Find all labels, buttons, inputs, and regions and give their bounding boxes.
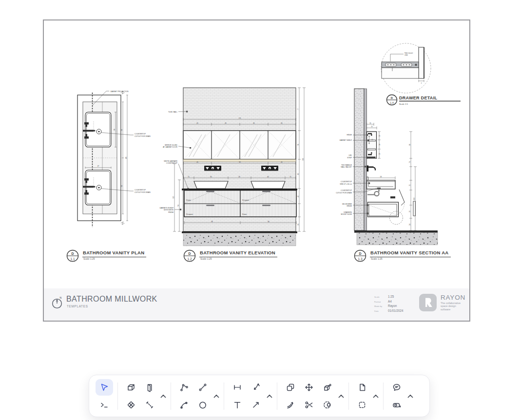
svg-text:12: 12	[371, 139, 373, 141]
svg-text:181: 181	[125, 156, 127, 159]
box-3d-tool[interactable]	[122, 379, 140, 396]
chevron-up-icon	[267, 394, 272, 398]
north-arrow-icon: N	[51, 295, 64, 310]
tool-group-expander[interactable]	[266, 394, 273, 398]
segment-icon	[198, 382, 208, 392]
marquee-icon	[357, 400, 367, 410]
chevron-up-icon	[373, 394, 379, 398]
svg-text:60: 60	[210, 176, 212, 178]
tool-group-expander[interactable]	[372, 394, 379, 398]
drawing-vanity-elevation[interactable]: TILED WALL MIRROR GLUED AT CABINET DOOR …	[152, 84, 315, 248]
svg-text:14: 14	[379, 144, 381, 146]
svg-text:1.2: 1.2	[187, 257, 192, 261]
svg-text:FINISH: FINISH	[168, 211, 173, 213]
sheet-title: BATHROOM MILLWORK	[66, 295, 157, 304]
svg-text:45: 45	[281, 122, 283, 124]
toolbar-divider	[224, 382, 224, 410]
tool-group-expander[interactable]	[160, 394, 167, 398]
svg-text:CUTOUT FOR DRAIN: CUTOUT FOR DRAIN	[135, 135, 151, 137]
svg-text:TILED WALL: TILED WALL	[168, 111, 177, 113]
select-cursor-tool[interactable]	[96, 379, 113, 396]
svg-text:MIRROR GLUED: MIRROR GLUED	[165, 144, 177, 146]
command-line-tool[interactable]	[96, 397, 113, 413]
svg-text:HINGE: HINGE	[347, 134, 352, 136]
polyline-tool[interactable]	[175, 379, 193, 396]
measure-line-tool[interactable]	[141, 397, 158, 413]
svg-text:60: 60	[114, 129, 116, 131]
marquee-tool[interactable]	[353, 397, 371, 413]
tool-group-collab	[387, 379, 414, 414]
leader-text-icon	[251, 382, 261, 392]
scissors-tool[interactable]	[300, 397, 318, 413]
info-label: Scale	[374, 296, 388, 298]
drawing-scale: Scale 1:25	[83, 257, 95, 260]
text-tool[interactable]	[229, 397, 246, 413]
svg-text:15: 15	[369, 122, 371, 124]
rayon-logo-icon	[419, 294, 437, 311]
svg-text:CABINETS IN MDF: CABINETS IN MDF	[159, 207, 173, 209]
svg-text:D: D	[359, 252, 361, 255]
svg-text:98: 98	[121, 129, 123, 131]
arc-tool[interactable]	[175, 397, 193, 413]
extrude-tool[interactable]	[319, 379, 336, 396]
dimension-tool[interactable]	[229, 379, 246, 396]
select-similar-tool[interactable]	[319, 397, 336, 413]
app-canvas[interactable]: N BATHROOM MILLWORK TEMPLATES Scale1:25 …	[0, 0, 520, 420]
svg-text:DRAWERS: DRAWERS	[344, 211, 352, 213]
page-tool[interactable]	[353, 379, 371, 396]
svg-text:74: 74	[409, 161, 411, 163]
door-tool[interactable]	[141, 379, 158, 396]
segment-tool[interactable]	[194, 379, 212, 396]
arrow-tool[interactable]	[247, 397, 265, 413]
svg-text:WITH WHITE: WITH WHITE	[164, 209, 174, 211]
leader-text-tool[interactable]	[247, 379, 265, 396]
sheet-subtitle: TEMPLATES	[67, 305, 88, 308]
svg-text:N: N	[60, 296, 62, 299]
svg-text:115: 115	[173, 196, 174, 198]
drawing-title: BATHROOM VANITY SECTION AA	[370, 250, 451, 257]
toolbar-divider	[348, 382, 349, 410]
tool-group-expander[interactable]	[338, 394, 345, 398]
comment-icon	[392, 382, 402, 392]
diamond-grid-tool[interactable]	[122, 397, 140, 413]
svg-text:58: 58	[380, 176, 382, 178]
svg-text:98: 98	[268, 221, 270, 223]
drawing-scale: Scale 1:25	[200, 257, 212, 260]
drawing-title: BATHROOM VANITY PLAN	[82, 250, 146, 257]
svg-text:75: 75	[289, 176, 291, 178]
move-icon	[304, 382, 314, 392]
drawing-vanity-plan[interactable]: CABINET PROJECTION COUNTERTOP CUTOUT FOR…	[63, 84, 157, 236]
tool-group-draw	[175, 379, 220, 414]
svg-text:CABINET PROJECTION: CABINET PROJECTION	[110, 91, 129, 93]
polyline-icon	[179, 382, 189, 392]
tool-group-modify	[281, 379, 345, 414]
svg-text:COUNTERTOP: COUNTERTOP	[341, 190, 352, 191]
svg-text:D: D	[71, 252, 74, 255]
svg-text:1.3: 1.3	[358, 257, 362, 261]
svg-text:STRIP: STRIP	[347, 157, 352, 159]
svg-text:slide: slide	[404, 54, 408, 56]
box-3d-icon	[126, 382, 136, 392]
offset-curve-icon	[286, 400, 295, 410]
tape-measure-tool[interactable]	[388, 397, 405, 413]
offset-curve-tool[interactable]	[282, 397, 299, 413]
duplicate-tool[interactable]	[282, 379, 299, 396]
svg-text:77: 77	[297, 108, 299, 110]
svg-text:CUTOUT FOR DRAIN: CUTOUT FOR DRAIN	[135, 191, 151, 193]
dimension-icon	[232, 382, 242, 392]
diamond-grid-icon	[126, 400, 136, 410]
svg-text:TWO HANDLE: TWO HANDLE	[341, 164, 352, 166]
chevron-up-icon	[160, 394, 166, 398]
tool-palette[interactable]	[89, 375, 430, 417]
drawing-drawer-detail[interactable]: Side mount slide 2 D 1.4 DRAWER DETAIL S…	[378, 42, 465, 110]
circle-tool[interactable]	[194, 397, 212, 413]
svg-text:45: 45	[225, 122, 227, 124]
move-tool[interactable]	[300, 379, 318, 396]
svg-text:26: 26	[409, 210, 411, 212]
info-label: Date	[374, 310, 388, 312]
tool-group-expander[interactable]	[213, 394, 220, 398]
comment-tool[interactable]	[388, 379, 405, 396]
tool-group-expander[interactable]	[407, 394, 414, 398]
svg-text:D: D	[188, 252, 191, 255]
title-block[interactable]: N BATHROOM MILLWORK TEMPLATES Scale1:25 …	[44, 288, 469, 321]
